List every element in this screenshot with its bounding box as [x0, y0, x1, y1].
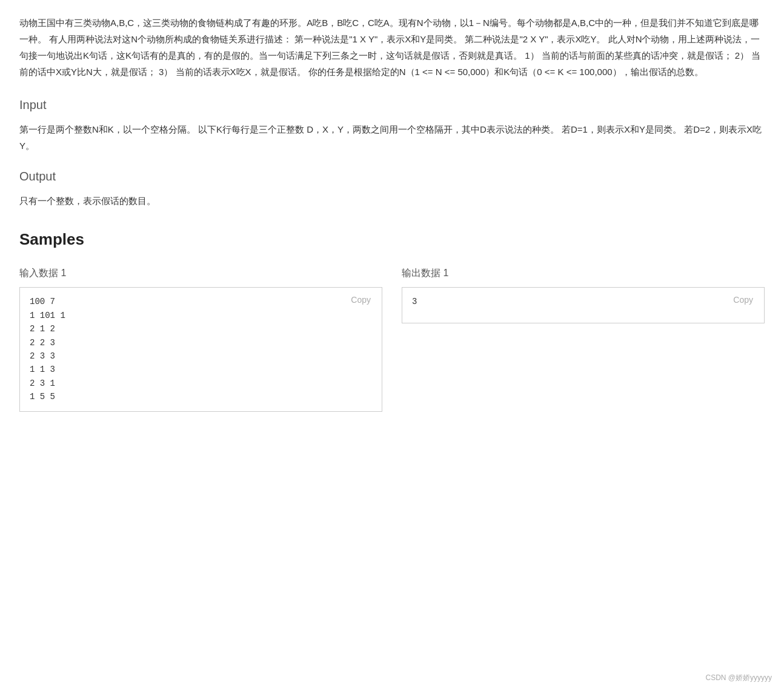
output-section-title: Output	[19, 166, 765, 187]
samples-title: Samples	[19, 226, 765, 253]
sample1-code-box: Copy 100 7 1 101 1 2 1 2 2 2 3 2 3 3 1 1…	[19, 287, 382, 411]
sample2-output-label: 输出数据 1	[402, 265, 765, 281]
sample1-block: 输入数据 1 Copy 100 7 1 101 1 2 1 2 2 2 3 2 …	[19, 265, 382, 411]
sample2-code-content: 3	[412, 295, 754, 308]
sample2-code-box: Copy 3	[402, 287, 765, 323]
samples-container: 输入数据 1 Copy 100 7 1 101 1 2 1 2 2 2 3 2 …	[19, 265, 765, 411]
copy-input-button[interactable]: Copy	[347, 294, 374, 306]
description-paragraph: 动物王国中有三类动物A,B,C，这三类动物的食物链构成了有趣的环形。A吃B，B吃…	[19, 15, 765, 80]
input-section-title: Input	[19, 94, 765, 115]
copy-output-button[interactable]: Copy	[729, 294, 757, 306]
output-section-content: 只有一个整数，表示假话的数目。	[19, 193, 765, 209]
sample1-code-content: 100 7 1 101 1 2 1 2 2 2 3 2 3 3 1 1 3 2 …	[30, 295, 372, 403]
sample1-input-label: 输入数据 1	[19, 265, 382, 281]
sample2-block: 输出数据 1 Copy 3	[402, 265, 765, 323]
main-description: 动物王国中有三类动物A,B,C，这三类动物的食物链构成了有趣的环形。A吃B，B吃…	[19, 15, 765, 80]
input-section-content: 第一行是两个整数N和K，以一个空格分隔。 以下K行每行是三个正整数 D，X，Y，…	[19, 121, 765, 154]
